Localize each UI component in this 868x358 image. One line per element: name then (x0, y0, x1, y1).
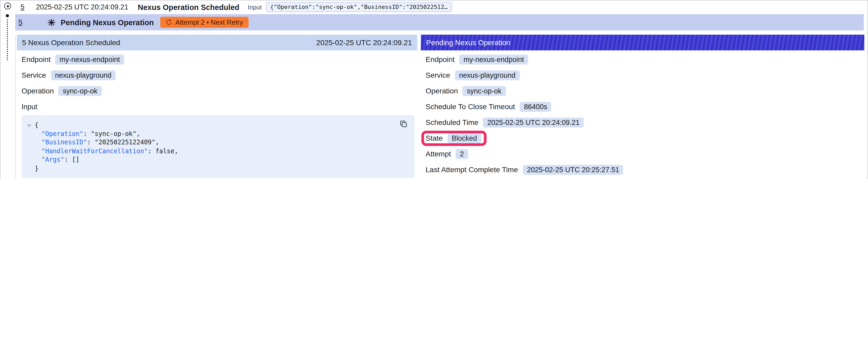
pending-panel-body: Endpointmy-nexus-endpointServicenexus-pl… (421, 51, 864, 179)
field-label: Operation (426, 87, 458, 95)
code-token: "HandlerWaitForCancellation" (41, 148, 148, 155)
event-title: Nexus Operation Scheduled (138, 3, 239, 11)
code-line: "Operation": "sync-op-ok", (28, 129, 408, 138)
field-label: Attempt (426, 150, 451, 158)
field-row: Operationsync-op-ok (426, 85, 860, 97)
code-token: "Operation" (41, 130, 83, 137)
event-detail-area: 5 Nexus Operation Scheduled 2025-02-25 U… (15, 35, 864, 179)
field-value-badge: 2025-02-25 UTC 20:24:09.21 (483, 117, 584, 127)
event-timeline-rail (1, 1, 15, 179)
code-token: , (136, 130, 140, 137)
field: Endpointmy-nexus-endpoint (22, 54, 124, 64)
copy-icon[interactable] (399, 120, 409, 129)
pending-panel-title: Pending Nexus Operation (426, 38, 510, 47)
json-code-lines: {"Operation": "sync-op-ok","BusinessID":… (28, 121, 408, 173)
field-value-badge: nexus-playground (51, 70, 116, 80)
code-token: : (83, 130, 91, 137)
code-token: "BusinessID" (41, 139, 87, 146)
field-value-badge: sync-op-ok (463, 86, 506, 96)
scheduled-event-panel: 5 Nexus Operation Scheduled 2025-02-25 U… (17, 35, 417, 179)
code-token: "sync-op-ok" (91, 130, 136, 137)
field-row: Endpointmy-nexus-endpoint (22, 54, 412, 65)
field: Scheduled Time2025-02-25 UTC 20:24:09.21 (426, 117, 584, 127)
code-token: } (35, 165, 38, 172)
code-token: : (64, 156, 72, 164)
field-row: Attempt2 (426, 148, 860, 160)
collapse-chevron-icon[interactable] (28, 124, 35, 126)
field-row: Servicenexus-playground (22, 69, 412, 81)
field: Operationsync-op-ok (22, 86, 102, 96)
field-row: Last Attempt Complete Time2025-02-25 UTC… (426, 164, 860, 175)
field: StateBlocked (426, 133, 481, 143)
temporal-event-history-page: 5 2025-02-25 UTC 20:24:09.21 Nexus Opera… (0, 0, 868, 179)
pending-operation-row[interactable]: 5 Pending Nexus Operation Attempt 2 • Ne… (15, 14, 864, 30)
code-token: "20250225122409" (95, 139, 155, 146)
code-line: "BusinessID": "20250225122409", (28, 138, 408, 147)
field-label: Endpoint (426, 55, 455, 64)
field-label: Operation (22, 87, 54, 95)
fields-group: Endpointmy-nexus-endpointServicenexus-pl… (426, 54, 860, 175)
pending-event-id-link[interactable]: 5 (19, 19, 22, 26)
scheduled-panel-title: 5 Nexus Operation Scheduled (22, 38, 120, 47)
field-label: Schedule To Close Timeout (426, 102, 515, 111)
timeline-marker-dot (6, 5, 9, 7)
field-row: Operationsync-op-ok (22, 85, 412, 97)
field-value-badge: my-nexus-endpoint (56, 54, 124, 64)
code-token: : (87, 139, 95, 146)
code-token: , (175, 148, 178, 155)
field-value-badge: sync-op-ok (59, 86, 102, 96)
code-token: , (156, 139, 159, 146)
field: Operationsync-op-ok (426, 86, 506, 96)
code-token: "Args" (41, 156, 64, 164)
field-value-badge: nexus-playground (455, 70, 520, 80)
field-value-badge: 86400s (520, 102, 552, 111)
event-row-scheduled[interactable]: 5 2025-02-25 UTC 20:24:09.21 Nexus Opera… (15, 1, 452, 14)
event-input-label: Input (248, 3, 262, 11)
input-section-label: Input (22, 103, 412, 111)
timeline-dot-icon (6, 14, 9, 17)
attempt-retry-badge: Attempt 2 • Next Retry (160, 17, 249, 28)
code-token: : (148, 148, 156, 155)
pending-title: Pending Nexus Operation (61, 18, 154, 27)
field: Last Attempt Complete Time2025-02-25 UTC… (426, 165, 623, 174)
field-label: Scheduled Time (426, 118, 478, 127)
code-line: "HandlerWaitForCancellation": false, (28, 147, 408, 155)
field-value-badge: Blocked (447, 133, 481, 143)
field-row: Scheduled Time2025-02-25 UTC 20:24:09.21 (426, 117, 860, 128)
code-token: { (35, 122, 38, 129)
code-line: "Args": [] (28, 155, 408, 164)
field-label: Last Attempt Complete Time (426, 165, 518, 174)
scheduled-panel-body: Endpointmy-nexus-endpointServicenexus-pl… (17, 51, 417, 179)
fields-group: Endpointmy-nexus-endpointServicenexus-pl… (22, 54, 412, 97)
field: Attempt2 (426, 149, 468, 159)
field-row: Endpointmy-nexus-endpoint (426, 54, 860, 65)
field-value-badge: 2025-02-25 UTC 20:25:27.51 (523, 165, 623, 174)
event-input-preview-chip[interactable]: {"Operation":"sync-op-ok","BusinessID":"… (266, 2, 452, 12)
retry-icon (165, 19, 172, 26)
scheduled-panel-timestamp: 2025-02-25 UTC 20:24:09.21 (316, 38, 412, 47)
field-value-badge: my-nexus-endpoint (460, 54, 528, 64)
field-label: Service (22, 71, 46, 79)
pending-operation-panel: Pending Nexus Operation Endpointmy-nexus… (421, 35, 864, 179)
input-json-viewer: {"Operation": "sync-op-ok","BusinessID":… (22, 115, 414, 178)
field: Endpointmy-nexus-endpoint (426, 54, 528, 64)
code-line: } (28, 164, 408, 173)
pending-asterisk-icon (47, 18, 56, 27)
caret-shape (27, 123, 31, 126)
field-row: Servicenexus-playground (426, 69, 860, 81)
field: Servicenexus-playground (426, 70, 520, 80)
code-line: { (28, 121, 408, 129)
field-row: StateBlocked (426, 132, 860, 144)
timeline-marker-icon (4, 3, 11, 9)
detail-panels: 5 Nexus Operation Scheduled 2025-02-25 U… (16, 35, 864, 179)
pending-panel-header: Pending Nexus Operation (421, 35, 864, 51)
code-token: [] (72, 156, 80, 164)
event-timestamp: 2025-02-25 UTC 20:24:09.21 (36, 3, 128, 11)
field-value-badge: 2 (456, 149, 468, 159)
field: Schedule To Close Timeout86400s (426, 102, 552, 111)
timeline-connector-line (7, 20, 8, 60)
field-label: Service (426, 71, 450, 79)
field-label: State (426, 134, 443, 142)
event-id-link[interactable]: 5 (21, 3, 25, 11)
field: Servicenexus-playground (22, 70, 116, 80)
